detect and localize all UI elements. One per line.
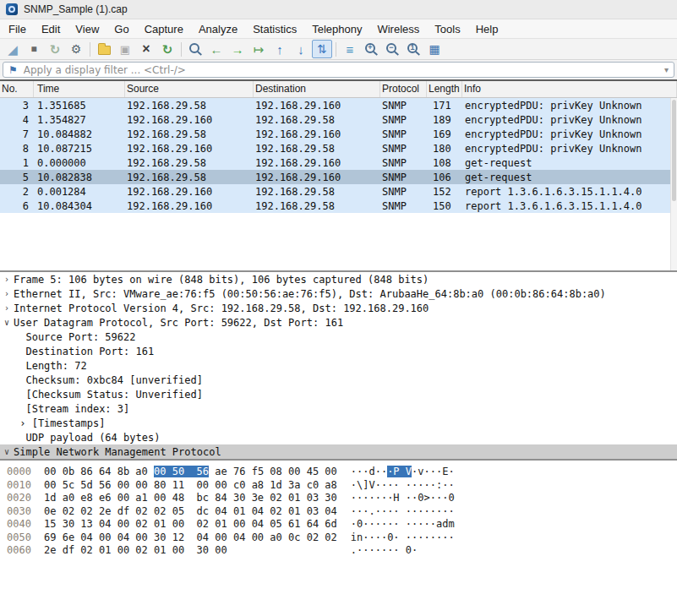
resize-columns-button[interactable]: ▦ <box>424 40 445 58</box>
go-top-button[interactable]: ↑ <box>270 40 290 58</box>
hex-bytes[interactable]: 1d a0 e8 e6 00 a1 00 48 bc 84 30 3e 02 0… <box>44 492 337 505</box>
hex-row[interactable]: 0020 1d a0 e8 e6 00 a1 00 48 bc 84 30 3e… <box>7 492 677 505</box>
detail-line[interactable]: ∨ Simple Network Management Protocol <box>0 444 677 459</box>
hex-ascii[interactable]: ···d···P V·v···E· <box>351 466 455 479</box>
expand-arrow-icon[interactable]: ∨ <box>0 318 14 327</box>
packet-protocol-cell: SNMP <box>380 157 427 169</box>
hex-ascii-plain: ···d·· <box>351 466 387 477</box>
detail-line[interactable]: [Checksum Status: Unverified] <box>0 387 677 401</box>
menu-view[interactable]: View <box>68 20 106 38</box>
hex-bytes[interactable]: 15 30 13 04 00 02 01 00 02 01 00 04 05 6… <box>44 518 337 532</box>
packet-destination-cell: 192.168.29.160 <box>254 157 380 169</box>
reload-file-icon: ↻ <box>162 43 173 56</box>
menu-telephony[interactable]: Telephony <box>304 20 369 38</box>
column-header-no[interactable]: No. <box>0 81 34 97</box>
menu-tools[interactable]: Tools <box>427 20 467 38</box>
bookmark-icon[interactable]: ⚑ <box>8 65 18 75</box>
detail-line[interactable]: Destination Port: 161 <box>0 344 677 358</box>
detail-line[interactable]: › Frame 5: 106 bytes on wire (848 bits),… <box>0 272 677 286</box>
column-header-time[interactable]: Time <box>34 81 125 97</box>
hex-row[interactable]: 0060 2e df 02 01 00 02 01 00 30 00 .····… <box>7 544 677 558</box>
scrollbar-thumb[interactable] <box>672 100 676 201</box>
detail-line[interactable]: › [Timestamps] <box>0 416 677 430</box>
detail-line[interactable]: Checksum: 0xbc84 [unverified] <box>0 373 677 387</box>
column-header-protocol[interactable]: Protocol <box>380 81 427 97</box>
packet-row[interactable]: 5 10.082838 192.168.29.58 192.168.29.160… <box>0 170 670 184</box>
expand-arrow-icon[interactable]: › <box>0 289 14 298</box>
hex-row[interactable]: 0040 15 30 13 04 00 02 01 00 02 01 00 04… <box>7 518 677 532</box>
go-top-icon: ↑ <box>276 43 283 56</box>
hex-ascii[interactable]: ·\]V···· ·····:·· <box>351 479 455 493</box>
detail-line[interactable]: › Internet Protocol Version 4, Src: 192.… <box>0 301 677 315</box>
hex-bytes[interactable]: 00 5c 5d 56 00 00 80 11 00 00 c0 a8 1d 3… <box>44 479 337 493</box>
filter-dropdown-icon[interactable]: ▾ <box>664 65 669 74</box>
hex-row[interactable]: 0050 69 6e 04 00 04 00 30 12 04 00 04 00… <box>7 532 677 545</box>
hex-bytes[interactable]: 69 6e 04 00 04 00 30 12 04 00 04 00 a0 0… <box>44 532 337 545</box>
packet-row[interactable]: 2 0.001284 192.168.29.160 192.168.29.58 … <box>0 184 670 199</box>
go-bottom-button[interactable]: ↓ <box>291 40 311 58</box>
menu-edit[interactable]: Edit <box>34 20 68 38</box>
reload-file-button[interactable]: ↻ <box>157 40 177 58</box>
hex-bytes[interactable]: 00 0b 86 64 8b a0 00 50 56 ae 76 f5 08 0… <box>44 466 337 479</box>
start-capture-button[interactable]: ◢ <box>3 40 23 58</box>
menu-capture[interactable]: Capture <box>137 20 191 38</box>
menu-help[interactable]: Help <box>468 20 506 38</box>
detail-line[interactable]: ∨ User Datagram Protocol, Src Port: 5962… <box>0 315 677 330</box>
packet-length-cell: 180 <box>427 143 462 155</box>
menu-analyze[interactable]: Analyze <box>191 20 245 38</box>
save-file-button[interactable]: ▣ <box>115 40 135 58</box>
hex-row[interactable]: 0030 0e 02 02 2e df 02 02 05 dc 04 01 04… <box>7 505 677 519</box>
zoom-out-button[interactable]: − <box>382 40 402 58</box>
open-file-button[interactable] <box>94 40 114 58</box>
restart-capture-button[interactable]: ↻ <box>45 40 65 58</box>
packet-list-scrollbar[interactable] <box>670 98 677 270</box>
menu-file[interactable]: File <box>1 20 34 38</box>
packet-length-cell: 150 <box>427 200 462 212</box>
column-header-length[interactable]: Length <box>427 81 462 97</box>
hex-ascii[interactable]: .······· 0· <box>351 544 418 558</box>
hex-ascii[interactable]: in····0· ········ <box>351 532 455 545</box>
hex-bytes[interactable]: 0e 02 02 2e df 02 02 05 dc 04 01 04 02 0… <box>44 505 337 519</box>
menu-statistics[interactable]: Statistics <box>245 20 304 38</box>
packet-row[interactable]: 6 10.084304 192.168.29.160 192.168.29.58… <box>0 199 670 213</box>
expand-arrow-icon[interactable]: ∨ <box>0 447 14 456</box>
packet-row[interactable]: 7 10.084882 192.168.29.58 192.168.29.160… <box>0 127 670 141</box>
hex-ascii[interactable]: ···.···· ········ <box>351 505 455 519</box>
detail-line[interactable]: Source Port: 59622 <box>0 330 677 344</box>
packet-row[interactable]: 4 1.354827 192.168.29.160 192.168.29.58 … <box>0 112 670 127</box>
hex-row[interactable]: 0010 00 5c 5d 56 00 00 80 11 00 00 c0 a8… <box>7 479 677 493</box>
display-filter-input[interactable]: ⚑ Apply a display filter ... <Ctrl-/> ▾ <box>3 62 674 78</box>
find-packet-button[interactable] <box>185 40 205 58</box>
hex-ascii[interactable]: ·0······ ·····adm <box>351 518 455 532</box>
capture-options-button[interactable]: ⚙ <box>66 40 86 58</box>
detail-line[interactable]: UDP payload (64 bytes) <box>0 430 677 444</box>
hex-bytes[interactable]: 2e df 02 01 00 02 01 00 30 00 <box>44 544 337 558</box>
packet-row[interactable]: 1 0.000000 192.168.29.58 192.168.29.160 … <box>0 155 670 170</box>
stop-capture-button[interactable]: ■ <box>24 40 44 58</box>
column-header-info[interactable]: Info <box>462 81 677 97</box>
zoom-in-button[interactable]: + <box>361 40 381 58</box>
hex-ascii[interactable]: ·······H ··0>···0 <box>351 492 455 505</box>
menu-go[interactable]: Go <box>106 20 136 38</box>
go-forward-button[interactable]: → <box>227 40 248 58</box>
close-file-button[interactable]: × <box>136 40 156 58</box>
hex-row[interactable]: 0000 00 0b 86 64 8b a0 00 50 56 ae 76 f5… <box>7 466 677 479</box>
column-header-source[interactable]: Source <box>125 81 254 97</box>
colorize-button[interactable]: ≡ <box>340 40 360 58</box>
auto-scroll-button[interactable]: ⇅ <box>312 40 332 58</box>
menu-wireless[interactable]: Wireless <box>369 20 427 38</box>
expand-arrow-icon[interactable]: › <box>0 275 14 284</box>
expand-arrow-icon[interactable]: › <box>0 303 14 313</box>
go-to-packet-button[interactable]: ↦ <box>248 40 269 58</box>
go-back-button[interactable]: ← <box>206 40 227 58</box>
detail-line[interactable]: Length: 72 <box>0 358 677 373</box>
detail-line[interactable]: › Ethernet II, Src: VMware_ae:76:f5 (00:… <box>0 286 677 301</box>
column-header-destination[interactable]: Destination <box>254 81 380 97</box>
packet-row[interactable]: 3 1.351685 192.168.29.58 192.168.29.160 … <box>0 98 670 112</box>
zoom-original-button[interactable]: 1 <box>403 40 423 58</box>
packet-info-cell: get-request <box>462 172 532 183</box>
detail-line[interactable]: [Stream index: 3] <box>0 401 677 416</box>
packet-row[interactable]: 8 10.087215 192.168.29.160 192.168.29.58… <box>0 141 670 155</box>
packet-no-cell: 7 <box>0 128 34 140</box>
go-back-icon: ← <box>210 43 223 56</box>
